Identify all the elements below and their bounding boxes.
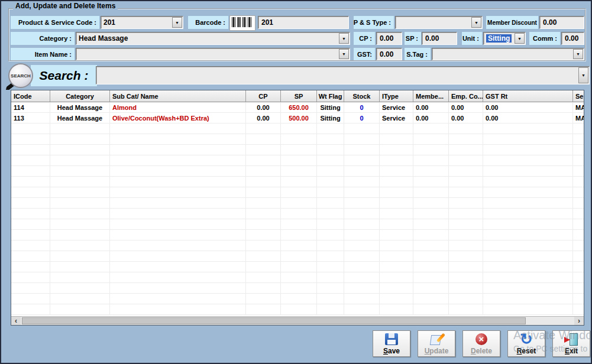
table-cell[interactable]: Head Massage	[50, 102, 110, 113]
table-cell[interactable]: 0.00	[246, 102, 281, 113]
column-header-se[interactable]: Se	[573, 90, 584, 102]
save-button[interactable]: Save	[373, 330, 410, 357]
column-header-emp-co-[interactable]: Emp. Co...	[449, 90, 483, 102]
table-cell[interactable]: Sitting	[317, 113, 344, 124]
table-cell	[573, 251, 584, 262]
comm-input[interactable]: 0.00	[561, 32, 584, 45]
grid-body[interactable]: 114Head MassageAlmond0.00650.00Sitting0S…	[11, 102, 584, 316]
reset-button[interactable]: Reset	[507, 330, 545, 357]
table-cell[interactable]: 0	[344, 102, 380, 113]
column-header-gst-rt[interactable]: GST Rt	[483, 90, 573, 102]
sp-label: SP :	[405, 32, 421, 45]
table-cell	[50, 198, 110, 209]
table-cell	[317, 145, 344, 155]
table-cell	[281, 145, 317, 155]
table-row-empty	[11, 283, 584, 294]
column-header-wt-flag[interactable]: Wt Flag	[317, 90, 344, 102]
exit-button[interactable]: Exit	[552, 330, 590, 357]
item-name-combobox[interactable]: ▼	[76, 48, 350, 60]
ps-type-label: P & S Type :	[354, 16, 394, 29]
column-header-icode[interactable]: ICode	[11, 90, 50, 102]
table-cell[interactable]: MA	[573, 102, 584, 113]
product-code-combobox[interactable]: 201 ▼	[101, 16, 183, 29]
chevron-down-icon[interactable]: ▼	[471, 17, 481, 28]
table-cell	[449, 177, 483, 187]
chevron-down-icon[interactable]: ▼	[578, 67, 588, 83]
chevron-down-icon[interactable]: ▼	[339, 33, 349, 44]
scrollbar-thumb[interactable]	[22, 317, 526, 324]
column-header-itype[interactable]: IType	[380, 90, 413, 102]
unit-combobox[interactable]: Sitting ▼	[483, 32, 526, 45]
table-cell[interactable]: Head Massage	[50, 113, 110, 124]
table-row[interactable]: 113Head MassageOlive/Coconut(Wash+BD Ext…	[11, 113, 584, 124]
column-header-membe-[interactable]: Membe...	[413, 90, 449, 102]
table-cell[interactable]: 0.00	[483, 113, 573, 124]
table-cell[interactable]: MA	[573, 113, 584, 124]
product-code-label: Product & Service Code :	[11, 16, 99, 29]
table-cell[interactable]: 114	[11, 102, 50, 113]
table-cell[interactable]: 113	[11, 113, 50, 124]
table-cell[interactable]: 0.00	[413, 113, 449, 124]
table-cell[interactable]: 0.00	[449, 113, 483, 124]
category-combobox[interactable]: Head Massage ▼	[76, 32, 350, 45]
s-tag-combobox[interactable]: ▼	[432, 48, 584, 60]
table-cell	[449, 155, 483, 166]
scroll-right-icon[interactable]: ›	[574, 317, 584, 325]
gst-input[interactable]: 0.00	[376, 48, 402, 60]
table-cell	[413, 166, 449, 177]
table-cell[interactable]: Service	[380, 102, 413, 113]
table-cell	[573, 230, 584, 240]
chevron-down-icon[interactable]: ▼	[339, 49, 349, 59]
cp-input[interactable]: 0.00	[376, 32, 402, 45]
table-cell[interactable]: 500.00	[281, 113, 317, 124]
ps-type-combobox[interactable]: ▼	[395, 16, 483, 29]
table-row-empty	[11, 262, 584, 272]
table-cell	[246, 124, 281, 134]
member-discount-input[interactable]: 0.00	[539, 16, 584, 29]
table-cell	[11, 304, 50, 315]
table-cell	[11, 177, 50, 187]
scrollbar-track[interactable]	[21, 317, 574, 325]
chevron-down-icon[interactable]: ▼	[515, 33, 525, 44]
search-icon: SEARCH	[8, 63, 33, 88]
table-cell[interactable]: 0.00	[483, 102, 573, 113]
column-header-sub-cat-name[interactable]: Sub Cat/ Name	[110, 90, 246, 102]
horizontal-scrollbar[interactable]: ‹ ›	[11, 316, 584, 325]
scroll-left-icon[interactable]: ‹	[11, 317, 21, 325]
delete-icon	[475, 333, 487, 345]
table-cell[interactable]: 0.00	[449, 102, 483, 113]
table-cell	[449, 209, 483, 219]
table-cell[interactable]: Sitting	[317, 102, 344, 113]
barcode-input[interactable]: 201	[258, 16, 349, 29]
table-cell	[449, 283, 483, 294]
items-grid[interactable]: ICodeCategorySub Cat/ NameCPSPWt FlagSto…	[11, 90, 584, 326]
table-cell[interactable]: Almond	[110, 102, 246, 113]
delete-button[interactable]: Delete	[462, 330, 500, 357]
table-cell	[11, 272, 50, 283]
table-cell	[50, 124, 110, 134]
search-combobox[interactable]: ▼	[96, 66, 590, 84]
table-cell[interactable]: 650.00	[281, 102, 317, 113]
chevron-down-icon[interactable]: ▼	[172, 17, 182, 28]
column-header-sp[interactable]: SP	[281, 90, 317, 102]
table-cell[interactable]: Olive/Coconut(Wash+BD Extra)	[110, 113, 246, 124]
chevron-down-icon[interactable]: ▼	[573, 49, 583, 59]
table-cell[interactable]: 0.00	[413, 102, 449, 113]
table-cell[interactable]: Service	[380, 113, 413, 124]
table-cell	[344, 294, 380, 304]
table-cell	[344, 134, 380, 145]
table-cell	[246, 283, 281, 294]
table-cell[interactable]: 0	[344, 113, 380, 124]
table-cell	[11, 240, 50, 251]
table-cell[interactable]: 0.00	[246, 113, 281, 124]
update-button[interactable]: Update	[418, 330, 455, 357]
column-header-stock[interactable]: Stock	[344, 90, 380, 102]
table-cell	[483, 304, 573, 315]
table-row-empty	[11, 272, 584, 283]
column-header-category[interactable]: Category	[50, 90, 110, 102]
sp-input[interactable]: 0.00	[422, 32, 457, 45]
table-row[interactable]: 114Head MassageAlmond0.00650.00Sitting0S…	[11, 102, 584, 113]
table-cell	[413, 134, 449, 145]
table-cell	[449, 272, 483, 283]
column-header-cp[interactable]: CP	[246, 90, 281, 102]
